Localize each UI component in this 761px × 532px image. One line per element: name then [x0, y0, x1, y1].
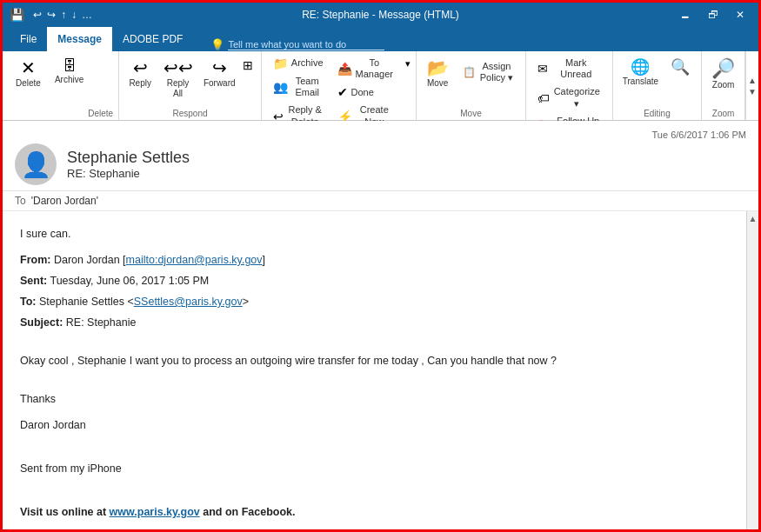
delete-icon: ✕	[21, 59, 36, 76]
done-button[interactable]: ✔ Done	[331, 83, 399, 101]
email-area: Tue 6/6/2017 1:06 PM 👤 Stephanie Settles…	[3, 121, 758, 529]
mark-unread-button[interactable]: ✉ Mark Unread	[531, 55, 607, 83]
save-icon[interactable]: 💾	[10, 8, 24, 22]
ribbon-group-delete: ✕ Delete 🗄 Archive Delete	[3, 51, 119, 120]
email-date: Tue 6/6/2017 1:06 PM	[15, 130, 746, 140]
from-name: Daron Jordan [	[54, 254, 126, 266]
archive-quick-icon: 📁	[273, 57, 288, 70]
quoted-body-text: Okay cool , Stephanie I want you to proc…	[20, 352, 729, 369]
to-field-label: To:	[20, 296, 37, 308]
thanks-text: Thanks	[20, 390, 729, 408]
team-email-button[interactable]: 👥 Team Email	[267, 73, 330, 101]
quicksteps-more-button[interactable]: ▾	[401, 57, 415, 73]
reply-button[interactable]: ↩ Reply	[124, 55, 156, 91]
quicksteps-expand-icon: ▾	[405, 59, 411, 69]
archive-button[interactable]: 🗄 Archive	[50, 55, 88, 90]
zoom-icon: 🔎	[711, 59, 735, 78]
ribbon-group-editing: 🌐 Translate 🔍 Editing	[613, 51, 702, 120]
scroll-up-arrow[interactable]: ▲	[746, 211, 758, 226]
tell-me-area: 💡	[210, 38, 384, 51]
title-bar-left: 💾 ↩ ↪ ↑ ↓ …	[10, 8, 92, 22]
categorize-button[interactable]: 🏷 Categorize ▾	[531, 83, 607, 111]
visit-line: Visit us online at www.paris.ky.gov and …	[20, 503, 729, 521]
body-opening: I sure can.	[20, 225, 729, 243]
undo-icon[interactable]: ↩	[33, 9, 42, 21]
delete-button[interactable]: ✕ Delete	[8, 55, 49, 93]
ribbon-group-respond: ↩ Reply ↩↩ Reply All ↪ Forward ⊞ Respond	[119, 51, 262, 120]
app-window: 💾 ↩ ↪ ↑ ↓ … RE: Stephanie - Message (HTM…	[0, 0, 761, 532]
window-title: RE: Stephanie - Message (HTML)	[302, 9, 459, 21]
zoom-button[interactable]: 🔎 Zoom	[707, 55, 739, 93]
categorize-icon: 🏷	[537, 92, 550, 104]
sent-date: Tuesday, June 06, 2017 1:05 PM	[50, 275, 210, 287]
person-icon: 👤	[21, 150, 51, 179]
sent-label: Sent:	[20, 275, 47, 287]
mark-unread-icon: ✉	[537, 63, 548, 75]
move-icon: 📂	[427, 59, 449, 76]
quoted-to: To: Stephanie Settles <SSettles@paris.ky…	[20, 293, 729, 310]
archive-icon: 🗄	[63, 59, 77, 73]
tab-file[interactable]: File	[10, 27, 47, 51]
more-icon[interactable]: …	[82, 9, 92, 21]
from-label: From:	[20, 254, 50, 266]
subject-field-label: Subject:	[20, 316, 63, 329]
assign-policy-button[interactable]: 📋 Assign Policy ▾	[457, 58, 520, 86]
lightbulb-icon: 💡	[210, 38, 224, 51]
ribbon-scroll-up[interactable]: ▲	[748, 76, 757, 85]
email-body-wrapper: I sure can. From: Daron Jordan [mailto:d…	[3, 211, 758, 529]
maximize-button[interactable]: 🗗	[701, 7, 725, 23]
sender-row: 👤 Stephanie Settles RE: Stephanie	[15, 143, 746, 185]
from-email-link[interactable]: mailto:djordan@paris.ky.gov	[126, 254, 263, 266]
up-arrow-icon[interactable]: ↑	[61, 9, 66, 21]
sent-from-iphone: Sent from my iPhone	[20, 460, 729, 477]
window-controls: 🗕 🗗 ✕	[673, 7, 751, 23]
tab-adobe-pdf[interactable]: ADOBE PDF	[112, 27, 193, 51]
to-email-link[interactable]: SSettles@paris.ky.gov	[134, 296, 243, 308]
scroll-bar: ▲	[746, 211, 758, 529]
quoted-section: From: Daron Jordan [mailto:djordan@paris…	[20, 251, 729, 369]
quoted-from: From: Daron Jordan [mailto:djordan@paris…	[20, 251, 729, 269]
done-icon: ✔	[337, 86, 348, 98]
to-field-name: Stephanie Settles <	[39, 296, 134, 308]
search-icon: 🔍	[671, 59, 690, 75]
visit-link[interactable]: www.paris.ky.gov	[110, 506, 200, 518]
quoted-subject: Subject: RE: Stephanie	[20, 314, 729, 331]
search-button[interactable]: 🔍	[664, 55, 696, 79]
down-arrow-icon[interactable]: ↓	[71, 9, 77, 21]
close-button[interactable]: ✕	[729, 7, 751, 23]
ribbon-group-move: 📂 Move 📋 Assign Policy ▾ Move	[417, 51, 526, 120]
email-header: Tue 6/6/2017 1:06 PM 👤 Stephanie Settles…	[3, 121, 758, 191]
ribbon-group-tags: ✉ Mark Unread 🏷 Categorize ▾ 🚩 Follow Up…	[526, 51, 613, 120]
ribbon-group-zoom: 🔎 Zoom Zoom	[702, 51, 745, 120]
ribbon-scroll-down[interactable]: ▼	[748, 87, 757, 96]
email-subject: RE: Stephanie	[67, 167, 746, 180]
visit-text2: and on Facebook.	[200, 506, 296, 518]
reply-all-button[interactable]: ↩↩ Reply All	[157, 55, 198, 102]
translate-button[interactable]: 🌐 Translate	[618, 55, 663, 90]
respond-more-icon: ⊞	[243, 59, 253, 71]
to-value: 'Daron Jordan'	[31, 195, 98, 207]
archive-quick-button[interactable]: 📁 Archive	[267, 55, 330, 72]
to-manager-button[interactable]: 📤 To Manager	[331, 55, 399, 83]
respond-more-button[interactable]: ⊞	[241, 55, 256, 77]
sender-info: Stephanie Settles RE: Stephanie	[67, 149, 746, 180]
ribbon-tabs: File Message ADOBE PDF 💡	[3, 27, 758, 51]
tell-me-input[interactable]	[228, 39, 384, 50]
minimize-button[interactable]: 🗕	[673, 7, 698, 23]
sender-sign: Daron Jordan	[20, 416, 729, 434]
tab-message[interactable]: Message	[47, 27, 112, 51]
team-email-icon: 👥	[273, 81, 288, 93]
to-label: To	[15, 195, 26, 207]
forward-button[interactable]: ↪ Forward	[200, 55, 239, 91]
move-button[interactable]: 📂 Move	[422, 55, 453, 91]
translate-icon: 🌐	[631, 59, 650, 75]
to-manager-icon: 📤	[337, 63, 352, 75]
title-bar: 💾 ↩ ↪ ↑ ↓ … RE: Stephanie - Message (HTM…	[3, 3, 758, 27]
sender-avatar: 👤	[15, 143, 57, 185]
visit-text1: Visit us online at	[20, 506, 110, 518]
to-row: To 'Daron Jordan'	[3, 191, 758, 211]
reply-all-icon: ↩↩	[164, 59, 193, 76]
redo-icon[interactable]: ↪	[47, 9, 56, 21]
ribbon-group-quicksteps: 📁 Archive 👥 Team Email ↩ Reply & Delete …	[262, 51, 417, 120]
email-body: I sure can. From: Daron Jordan [mailto:d…	[3, 211, 746, 529]
